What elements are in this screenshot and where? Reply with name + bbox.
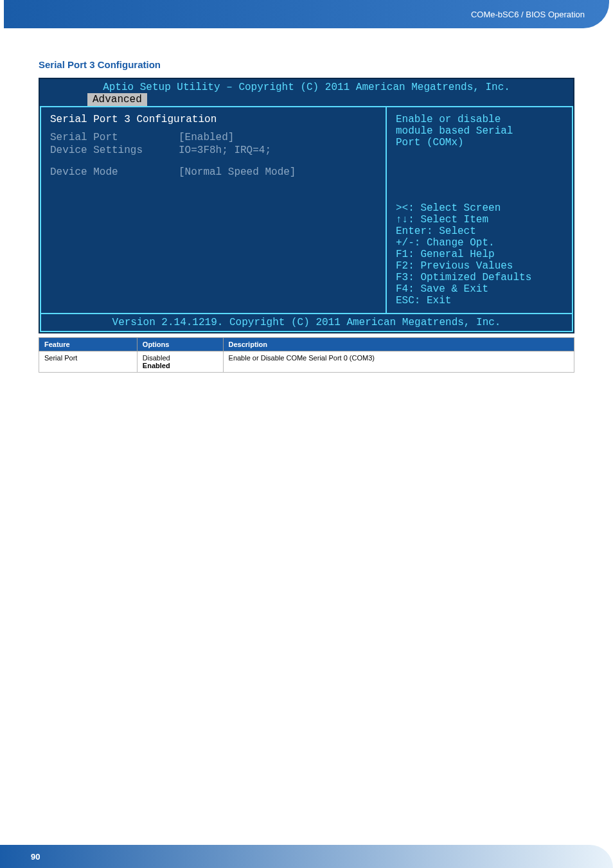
bios-title: Aptio Setup Utility – Copyright (C) 2011… — [40, 82, 573, 93]
bios-row-value: IO=3F8h; IRQ=4; — [179, 145, 377, 156]
section-title: Serial Port 3 Configuration — [39, 59, 574, 70]
breadcrumb: COMe-bSC6 / BIOS Operation — [471, 10, 585, 19]
option-disabled: Disabled — [143, 354, 218, 362]
bios-help-description: Enable or disable module based Serial Po… — [396, 114, 563, 148]
bios-body: Serial Port 3 Configuration Serial Port … — [40, 106, 573, 314]
bios-screenshot: Aptio Setup Utility – Copyright (C) 2011… — [39, 78, 574, 333]
bios-row: Device Mode [Normal Speed Mode] — [50, 166, 377, 178]
cell-options: Disabled Enabled — [137, 351, 223, 373]
cell-feature: Serial Port — [39, 351, 138, 373]
bios-tab-advanced: Advanced — [87, 93, 147, 106]
bios-tab-row: Advanced — [40, 93, 573, 106]
table-header-description: Description — [223, 338, 574, 351]
bios-right-panel: Enable or disable module based Serial Po… — [386, 107, 573, 314]
page-content: Serial Port 3 Configuration Aptio Setup … — [0, 40, 613, 392]
bios-title-bar: Aptio Setup Utility – Copyright (C) 2011… — [40, 79, 573, 106]
bios-row: Device Settings IO=3F8h; IRQ=4; — [50, 145, 377, 156]
table-header-feature: Feature — [39, 338, 138, 351]
table-row: Serial Port Disabled Enabled Enable or D… — [39, 351, 574, 373]
page-header: COMe-bSC6 / BIOS Operation — [4, 0, 609, 28]
option-enabled: Enabled — [143, 362, 218, 369]
bios-left-panel: Serial Port 3 Configuration Serial Port … — [40, 107, 386, 314]
bios-row-label: Device Settings — [50, 145, 179, 156]
table-header-options: Options — [137, 338, 223, 351]
bios-row-value: [Normal Speed Mode] — [179, 166, 377, 178]
bios-version-bar: Version 2.14.1219. Copyright (C) 2011 Am… — [40, 314, 573, 332]
bios-help-keys: ><: Select Screen ↑↓: Select Item Enter:… — [396, 202, 563, 306]
bios-row: Serial Port [Enabled] — [50, 132, 377, 143]
cell-description: Enable or Disable COMe Serial Port 0 (CO… — [223, 351, 574, 373]
bios-row-label: Serial Port — [50, 132, 179, 143]
bios-row-value: [Enabled] — [179, 132, 377, 143]
feature-table: Feature Options Description Serial Port … — [39, 337, 574, 373]
bios-row-label: Device Mode — [50, 166, 179, 178]
bios-page-heading: Serial Port 3 Configuration — [50, 114, 377, 125]
